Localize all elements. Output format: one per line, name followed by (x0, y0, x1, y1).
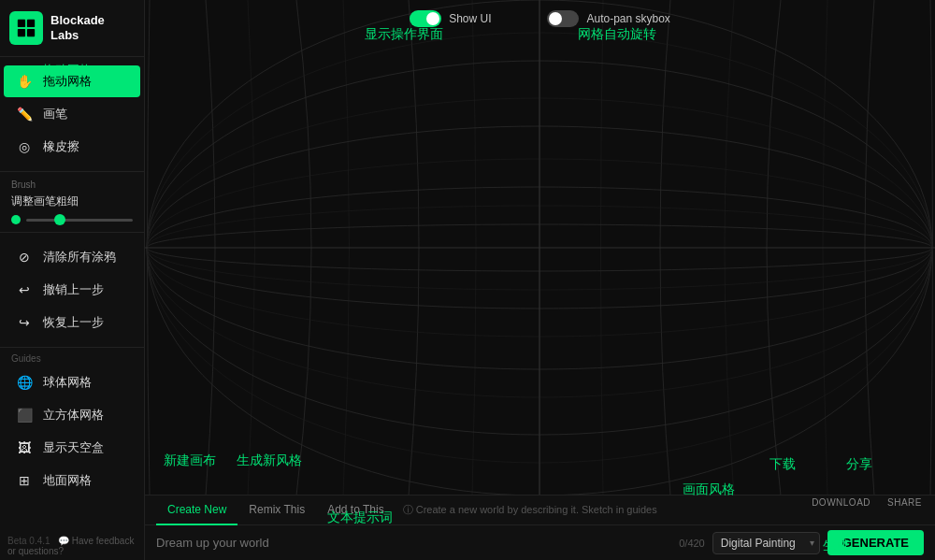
pan-label: 拖动网格 (43, 73, 92, 90)
cube-label: 立方体网格 (43, 407, 104, 424)
auto-pan-toggle[interactable] (547, 10, 579, 27)
brush-tool[interactable]: ✏️ 画笔 (4, 98, 140, 130)
brush-icon: ✏️ (15, 105, 34, 123)
svg-rect-1 (27, 20, 35, 27)
actions-section: ⊘ 清除所有涂鸦 ↩ 撤销上一步 ↪ 恢复上一步 (0, 233, 144, 348)
auto-pan-knob (549, 12, 562, 25)
show-ui-knob (426, 12, 439, 25)
pan-tool[interactable]: ✋ 拖动网格 (4, 65, 140, 97)
canvas-area[interactable] (145, 0, 935, 495)
guides-label: Guides (0, 348, 144, 366)
slider-wrapper (11, 215, 133, 224)
tab-add-to-this-label: Add to This (327, 503, 383, 516)
tab-remix-this-label: Remix This (249, 503, 305, 516)
undo-label: 撤销上一步 (43, 281, 104, 298)
svg-rect-0 (18, 20, 25, 27)
eraser-tool[interactable]: ◎ 橡皮擦 (4, 131, 140, 163)
redo-icon: ↪ (15, 313, 34, 332)
tab-create-new[interactable]: Create New (156, 495, 237, 525)
skybox-icon: 🖼 (15, 438, 34, 457)
share-label: SHARE (887, 497, 922, 508)
svg-rect-3 (27, 29, 35, 36)
guides-section: Guides 🌐 球体网格 ⬛ 立方体网格 🖼 显示天空盒 ⊞ 地面网格 (0, 348, 144, 560)
redo-label: 恢复上一步 (43, 314, 104, 331)
clear-tool[interactable]: ⊘ 清除所有涂鸦 (4, 241, 140, 273)
eraser-label: 橡皮擦 (43, 138, 79, 155)
generate-button[interactable]: GENERATE (827, 530, 924, 555)
auto-pan-label: Auto-pan skybox (586, 12, 669, 25)
ground-label: 地面网格 (43, 472, 92, 489)
svg-rect-2 (18, 29, 25, 36)
share-button[interactable]: SHARE (887, 497, 922, 508)
skybox-guide[interactable]: 🖼 显示天空盒 (4, 432, 140, 464)
download-label: DOWNLOAD (812, 497, 870, 508)
undo-icon: ↩ (15, 280, 34, 299)
grid-svg (145, 0, 935, 495)
top-bar: Show UI Auto-pan skybox (145, 0, 935, 37)
clear-label: 清除所有涂鸦 (43, 249, 116, 266)
tab-create-new-label: Create New (167, 503, 226, 516)
beta-info: Beta 0.4.1 💬 Have feedback or questions? (7, 536, 144, 556)
show-ui-label: Show UI (449, 12, 491, 25)
logo-icon (9, 11, 43, 45)
tool-section: ✋ 拖动网格 ✏️ 画笔 ◎ 橡皮擦 (0, 57, 144, 172)
brush-label: 画笔 (43, 106, 67, 122)
logo-area: BlockadeLabs (0, 0, 144, 57)
cube-icon: ⬛ (15, 406, 34, 424)
undo-tool[interactable]: ↩ 撤销上一步 (4, 274, 140, 306)
sphere-icon: 🌐 (15, 373, 34, 392)
show-ui-toggle-group: Show UI (410, 10, 491, 27)
tab-remix-this[interactable]: Remix This (237, 495, 316, 525)
sphere-guide[interactable]: 🌐 球体网格 (4, 366, 140, 398)
generate-label: GENERATE (842, 536, 909, 550)
download-share-area: DOWNLOAD SHARE (812, 497, 922, 508)
bottom-input-row: 0/420 Digital Painting Realistic Anime W… (145, 525, 935, 560)
ground-guide[interactable]: ⊞ 地面网格 (4, 465, 140, 496)
auto-pan-toggle-group: Auto-pan skybox (547, 10, 669, 27)
prompt-input[interactable] (156, 536, 671, 550)
version-text: Beta 0.4.1 (7, 536, 50, 546)
pan-icon: ✋ (15, 72, 34, 91)
dot-indicator (11, 215, 21, 224)
style-select[interactable]: Digital Painting Realistic Anime Waterco… (712, 532, 820, 554)
tab-add-to-this[interactable]: Add to This (316, 495, 395, 525)
ground-icon: ⊞ (15, 471, 34, 490)
tab-hint: ⓘ Create a new world by describing it. S… (403, 503, 657, 517)
brush-size-label: 调整画笔粗细 (11, 194, 133, 209)
brush-size-slider[interactable] (26, 219, 133, 222)
cube-guide[interactable]: ⬛ 立方体网格 (4, 399, 140, 431)
clear-icon: ⊘ (15, 248, 34, 266)
brush-section-label: Brush (11, 179, 133, 190)
char-counter: 0/420 (679, 538, 705, 549)
eraser-icon: ◎ (15, 137, 34, 156)
show-ui-toggle[interactable] (410, 10, 441, 27)
skybox-label: 显示天空盒 (43, 439, 104, 456)
redo-tool[interactable]: ↪ 恢复上一步 (4, 307, 140, 338)
sphere-label: 球体网格 (43, 374, 92, 391)
logo-text: BlockadeLabs (50, 13, 105, 42)
download-button[interactable]: DOWNLOAD (812, 497, 870, 508)
sidebar: BlockadeLabs ✋ 拖动网格 ✏️ 画笔 ◎ 橡皮擦 Brush 调整… (0, 0, 145, 560)
brush-slider-section: Brush 调整画笔粗细 (0, 172, 144, 233)
style-select-wrapper: Digital Painting Realistic Anime Waterco… (712, 532, 820, 554)
